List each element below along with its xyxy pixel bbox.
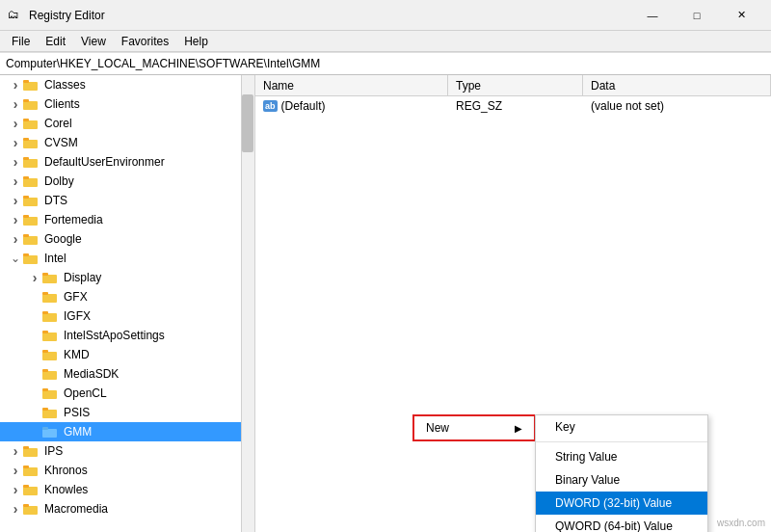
context-menu: KeyString ValueBinary ValueDWORD (32-bit… <box>535 414 708 532</box>
tree-item[interactable]: › Dolby <box>0 172 254 191</box>
folder-icon <box>42 405 58 420</box>
watermark: wsxdn.com <box>717 518 765 528</box>
context-menu-item[interactable]: String Value <box>536 445 707 468</box>
tree-item-label: Clients <box>44 97 80 111</box>
folder-icon <box>23 251 39 266</box>
menu-bar: File Edit View Favorites Help <box>0 31 771 52</box>
context-menu-item[interactable]: DWORD (32-bit) Value <box>536 492 707 515</box>
folder-icon <box>23 463 39 478</box>
svg-rect-30 <box>42 371 57 380</box>
maximize-button[interactable]: □ <box>675 0 719 31</box>
tree-arrow-icon <box>27 308 42 324</box>
title-bar-text: Registry Editor <box>29 9 630 22</box>
scrollbar-thumb[interactable] <box>242 94 253 152</box>
tree-item[interactable]: GMM <box>0 422 254 441</box>
folder-icon <box>23 501 39 517</box>
svg-rect-16 <box>23 236 38 245</box>
menu-view[interactable]: View <box>73 33 114 50</box>
tree-arrow-icon <box>27 328 42 343</box>
folder-icon <box>23 96 39 112</box>
tree-item-label: IntelSstApoSettings <box>64 329 165 342</box>
tree-item[interactable]: › Knowles <box>0 480 254 499</box>
folder-icon <box>42 308 58 324</box>
tree-arrow-icon: › <box>8 154 23 170</box>
tree-item[interactable]: › Khronos <box>0 461 254 480</box>
svg-rect-44 <box>23 506 38 515</box>
svg-rect-21 <box>42 273 48 276</box>
folder-icon <box>42 289 58 305</box>
svg-rect-37 <box>42 427 48 430</box>
svg-rect-7 <box>23 138 29 141</box>
tree-item[interactable]: IGFX <box>0 306 254 326</box>
tree-item[interactable]: › Classes <box>0 75 254 94</box>
tree-item[interactable]: OpenCL <box>0 384 254 403</box>
svg-rect-19 <box>23 253 29 256</box>
new-submenu-container: New ▶ <box>412 414 536 441</box>
tree-item[interactable]: KMD <box>0 345 254 364</box>
reg-name-cell: ab(Default) <box>255 99 448 113</box>
svg-rect-25 <box>42 311 48 314</box>
svg-rect-1 <box>23 80 29 83</box>
svg-rect-9 <box>23 157 29 160</box>
tree-item-label: Display <box>64 271 101 284</box>
tree-item[interactable]: MediaSDK <box>0 364 254 384</box>
close-button[interactable]: ✕ <box>719 0 763 31</box>
tree-arrow-icon: › <box>8 116 23 131</box>
col-header-name: Name <box>255 75 448 95</box>
tree-item[interactable]: › CVSM <box>0 133 254 152</box>
folder-icon <box>42 366 58 382</box>
tree-item[interactable]: › Fortemedia <box>0 210 254 229</box>
tree-item-label: IGFX <box>64 309 91 323</box>
svg-rect-27 <box>42 331 48 333</box>
svg-rect-29 <box>42 350 48 353</box>
menu-file[interactable]: File <box>4 33 38 50</box>
folder-icon <box>23 231 39 247</box>
tree-item-label: CVSM <box>44 136 78 149</box>
folder-icon <box>23 173 39 189</box>
tree-item[interactable]: PSIS <box>0 403 254 422</box>
menu-help[interactable]: Help <box>176 33 216 50</box>
tree-item[interactable]: › Corel <box>0 114 254 133</box>
tree-arrow-icon: › <box>8 501 23 517</box>
new-submenu-button[interactable]: New ▶ <box>412 414 536 441</box>
svg-rect-22 <box>42 294 57 303</box>
tree-arrow-icon <box>27 347 42 362</box>
registry-entry[interactable]: ab(Default)REG_SZ(value not set) <box>255 96 771 116</box>
tree-item[interactable]: › IPS <box>0 441 254 461</box>
folder-icon <box>23 212 39 227</box>
folder-icon <box>42 270 58 285</box>
tree-scrollbar[interactable] <box>241 75 254 532</box>
menu-edit[interactable]: Edit <box>38 33 73 50</box>
tree-item[interactable]: › Google <box>0 229 254 249</box>
context-menu-item[interactable]: Key <box>536 415 707 439</box>
svg-rect-40 <box>23 467 38 476</box>
minimize-button[interactable]: — <box>630 0 675 31</box>
svg-rect-35 <box>42 408 48 411</box>
tree-item[interactable]: IntelSstApoSettings <box>0 326 254 345</box>
reg-value-icon: ab <box>263 100 278 112</box>
tree-item[interactable]: › DefaultUserEnvironmer <box>0 152 254 172</box>
svg-rect-38 <box>23 448 38 457</box>
context-menu-item[interactable]: QWORD (64-bit) Value <box>536 515 707 532</box>
tree-item-label: Google <box>44 232 82 246</box>
tree-item[interactable]: ⌄ Intel <box>0 249 254 268</box>
menu-favorites[interactable]: Favorites <box>114 33 176 50</box>
tree-item[interactable]: › DTS <box>0 191 254 210</box>
tree-item-label: IPS <box>44 444 63 458</box>
tree-item[interactable]: › Macromedia <box>0 499 254 519</box>
tree-item[interactable]: GFX <box>0 287 254 306</box>
svg-rect-13 <box>23 196 29 199</box>
tree-item-label: DefaultUserEnvironmer <box>44 155 165 169</box>
svg-rect-11 <box>23 176 29 179</box>
tree-item[interactable]: › Display <box>0 268 254 287</box>
main-area: › Classes› Clients› Corel› CVSM› Default… <box>0 75 771 532</box>
col-header-data: Data <box>583 75 771 95</box>
svg-rect-18 <box>23 255 38 264</box>
tree-item-label: Fortemedia <box>44 213 103 226</box>
tree-arrow-icon: › <box>27 270 42 285</box>
col-header-type: Type <box>448 75 583 95</box>
tree-arrow-icon: › <box>8 231 23 247</box>
context-menu-item[interactable]: Binary Value <box>536 468 707 492</box>
tree-arrow-icon <box>27 405 42 420</box>
tree-item[interactable]: › Clients <box>0 94 254 114</box>
